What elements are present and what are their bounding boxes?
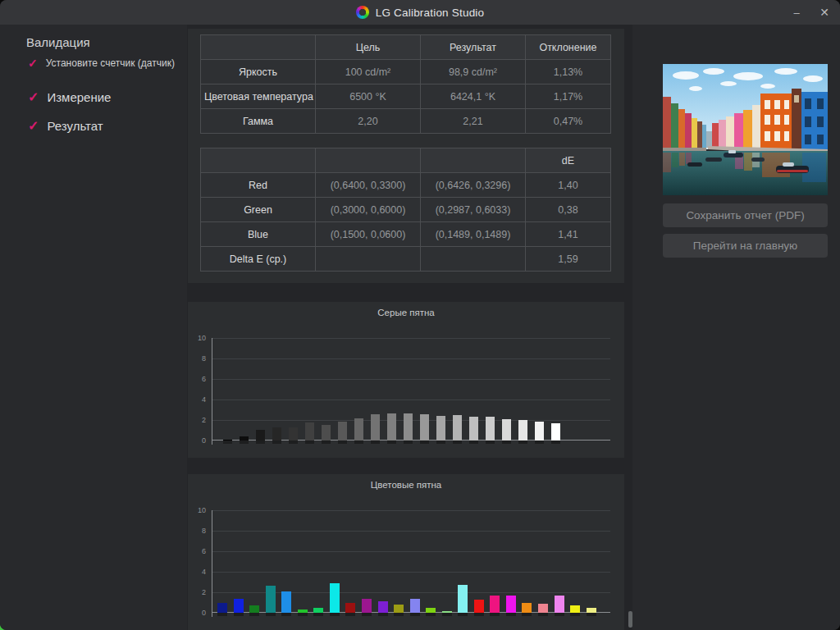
x-tick — [535, 441, 544, 444]
bar — [266, 586, 276, 613]
x-tick — [502, 441, 511, 444]
x-tick — [387, 441, 396, 444]
x-tick — [217, 613, 227, 616]
bar — [354, 418, 363, 441]
color-patches-panel: Цветовые пятна 0246810 — [188, 474, 624, 630]
x-tick — [322, 441, 331, 444]
bar — [538, 604, 548, 613]
y-tick-label: 8 — [202, 354, 206, 363]
content-area: ЦельРезультатОтклонениеЯркость100 cd/m²9… — [187, 25, 628, 630]
x-tick — [240, 441, 249, 444]
y-tick-label: 4 — [202, 395, 206, 404]
step-measurement: ✓ Измерение — [28, 90, 111, 104]
bar — [330, 583, 340, 613]
go-home-button[interactable]: Перейти на главную — [663, 234, 828, 258]
table-header-cell: Отклонение — [526, 35, 611, 60]
bar — [404, 413, 413, 441]
x-tick — [426, 613, 436, 616]
x-tick — [436, 441, 445, 444]
checkmark-icon: ✓ — [28, 57, 38, 69]
gridline — [212, 531, 610, 532]
y-tick-label: 10 — [198, 334, 206, 342]
bar — [570, 605, 580, 613]
value-cell: 1,41 — [526, 222, 611, 247]
value-cell: 1,13% — [526, 60, 611, 84]
x-tick — [394, 613, 404, 616]
y-tick-label: 6 — [202, 547, 206, 555]
value-cell: 1,59 — [526, 247, 611, 272]
value-cell: (0,1489, 0,1489) — [421, 222, 526, 247]
y-tick-label: 0 — [202, 436, 206, 445]
table-row: Green(0,3000, 0,6000)(0,2987, 0,6033)0,3… — [201, 198, 611, 222]
x-tick — [266, 613, 276, 616]
close-button[interactable]: ✕ — [810, 0, 838, 25]
y-axis-line — [212, 510, 212, 617]
bar — [394, 605, 404, 613]
app-window: LG Calibration Studio – ✕ Валидация ✓ Ус… — [0, 0, 840, 630]
value-cell: (0,6426, 0,3296) — [421, 173, 526, 198]
table-row: Цветовая температура6500 °K6424,1 °K1,17… — [201, 84, 611, 109]
value-cell: 98,9 cd/m² — [421, 60, 526, 84]
x-tick — [345, 613, 355, 616]
bar — [387, 413, 396, 441]
table-row: Delta E (ср.)1,59 — [201, 247, 611, 272]
gridline — [212, 399, 610, 400]
x-tick — [587, 613, 596, 616]
x-tick — [551, 441, 560, 444]
bar — [249, 605, 259, 613]
gridline — [212, 572, 610, 573]
value-cell — [421, 247, 526, 272]
gridline — [212, 510, 610, 511]
x-tick — [298, 613, 308, 616]
color-coordinates-table: dERed(0,6400, 0,3300)(0,6426, 0,3296)1,4… — [200, 148, 611, 272]
gridline — [212, 551, 610, 552]
x-tick — [442, 613, 452, 616]
x-tick — [256, 441, 265, 444]
x-tick — [522, 613, 532, 616]
row-label-cell: Red — [201, 173, 316, 198]
bar — [555, 596, 564, 613]
x-tick — [410, 613, 420, 616]
row-label-cell: Гамма — [201, 109, 316, 134]
value-cell: 2,20 — [316, 109, 421, 134]
bar — [410, 599, 420, 614]
x-tick — [404, 441, 413, 444]
value-cell: 1,17% — [526, 84, 611, 109]
bar — [474, 600, 484, 613]
app-title: LG Calibration Studio — [376, 7, 485, 19]
x-tick — [506, 613, 516, 616]
x-tick — [281, 613, 291, 616]
color-patches-chart: 0246810 — [212, 510, 610, 613]
x-tick — [234, 613, 244, 616]
x-tick — [570, 613, 580, 616]
value-cell: 2,21 — [421, 109, 526, 134]
checkmark-icon: ✓ — [28, 91, 39, 104]
bar — [436, 416, 445, 441]
x-tick — [378, 613, 388, 616]
bar — [522, 603, 532, 614]
bar — [234, 599, 244, 614]
bar — [362, 599, 372, 613]
titlebar: LG Calibration Studio – ✕ — [0, 0, 840, 25]
x-tick — [458, 613, 468, 616]
x-tick — [420, 441, 429, 444]
table-row: Гамма2,202,210,47% — [201, 109, 611, 134]
bar — [289, 427, 298, 441]
x-tick — [313, 613, 323, 616]
x-tick — [338, 441, 347, 444]
bar — [458, 585, 468, 613]
table-header-cell — [201, 35, 316, 60]
minimize-button[interactable]: – — [783, 0, 810, 25]
bar — [420, 414, 429, 441]
table-header-cell — [316, 148, 421, 173]
x-tick — [538, 613, 548, 616]
table-header-cell — [201, 148, 316, 173]
burano-canal-photo — [663, 64, 828, 195]
bar — [305, 422, 314, 441]
y-tick-label: 2 — [202, 416, 206, 424]
save-report-pdf-button[interactable]: Сохранить отчет (PDF) — [663, 203, 828, 227]
value-cell: 0,38 — [526, 198, 611, 222]
value-cell: 6500 °K — [316, 84, 421, 109]
x-tick — [555, 613, 564, 616]
y-tick-label: 0 — [202, 609, 206, 617]
